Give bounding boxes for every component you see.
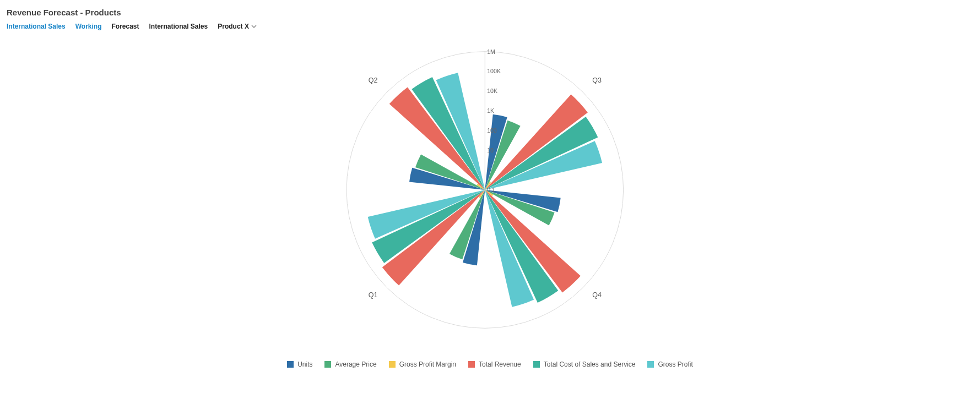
breadcrumb: International Sales Working Forecast Int… [7, 23, 973, 30]
legend-item-gpm[interactable]: Gross Profit Margin [389, 361, 456, 368]
legend-item-units[interactable]: Units [287, 361, 312, 368]
legend-swatch-units [287, 361, 294, 368]
legend-label-units: Units [297, 361, 312, 368]
radial-tick-100: 100 [487, 127, 497, 134]
legend-item-tcoss[interactable]: Total Cost of Sales and Service [533, 361, 636, 368]
quadrant-label-q1: Q1 [368, 291, 377, 299]
radial-tick-10: 10 [487, 147, 494, 154]
radial-tick-0.1: 0.1 [487, 187, 495, 193]
legend-swatch-total-rev [468, 361, 475, 368]
quadrant-label-q3: Q3 [592, 77, 602, 84]
radial-tick-10K: 10K [487, 88, 497, 94]
radial-tick-100K: 100K [487, 68, 501, 74]
legend-item-gp[interactable]: Gross Profit [647, 361, 692, 368]
legend-label-gpm: Gross Profit Margin [399, 361, 456, 368]
legend-label-gp: Gross Profit [658, 361, 692, 368]
legend-label-avg-price: Average Price [335, 361, 376, 368]
legend-swatch-gpm [389, 361, 396, 368]
crumb-product-label: Product X [218, 23, 249, 30]
chart-legend: Units Average Price Gross Profit Margin … [7, 361, 973, 368]
crumb-forecast: Forecast [111, 23, 139, 30]
quadrant-label-q4: Q4 [592, 291, 602, 299]
radial-tick-1M: 1M [487, 48, 495, 55]
legend-swatch-avg-price [324, 361, 331, 368]
crumb-working[interactable]: Working [75, 23, 102, 30]
radial-tick-1: 1 [487, 167, 490, 173]
crumb-international-sales-1[interactable]: International Sales [7, 23, 66, 30]
legend-label-total-rev: Total Revenue [479, 361, 521, 368]
radial-tick-1K: 1K [487, 107, 494, 114]
legend-label-tcoss: Total Cost of Sales and Service [544, 361, 636, 368]
legend-item-avg-price[interactable]: Average Price [324, 361, 376, 368]
crumb-product-dropdown[interactable]: Product X [218, 23, 257, 30]
legend-swatch-tcoss [533, 361, 540, 368]
legend-swatch-gp [647, 361, 654, 368]
quadrant-label-q2: Q2 [368, 77, 377, 84]
legend-item-total-rev[interactable]: Total Revenue [468, 361, 521, 368]
polar-rose-chart: 0.11101001K10K100K1M Q2Q3Q4Q1 [320, 30, 661, 350]
chevron-down-icon [251, 24, 257, 29]
page-title: Revenue Forecast - Products [7, 8, 973, 17]
crumb-international-sales-2: International Sales [149, 23, 208, 30]
